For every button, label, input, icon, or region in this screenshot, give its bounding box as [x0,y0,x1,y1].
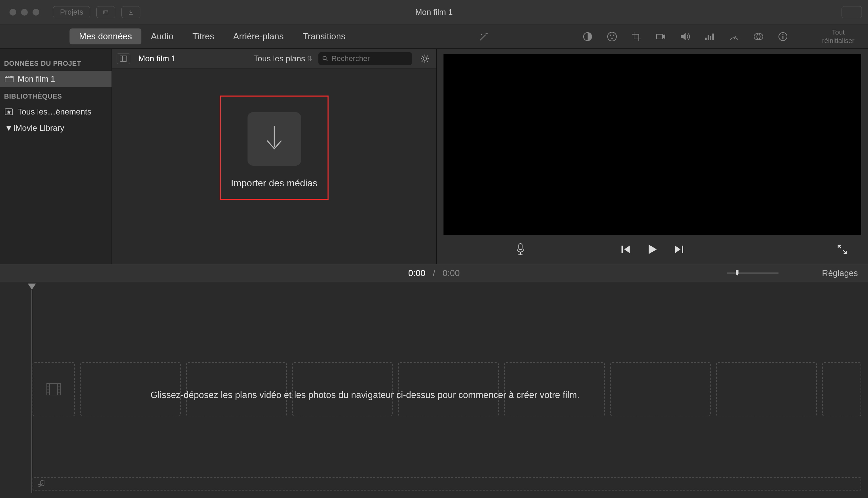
clip-placeholder [822,362,861,416]
svg-rect-19 [782,36,783,39]
toggle-sidebar-button[interactable] [117,53,130,64]
next-button[interactable] [674,245,684,254]
fullscreen-window-icon[interactable] [33,9,39,16]
media-browser: Mon film 1 Tous les plans ⇅ Importer des… [112,49,437,264]
stabilization-button[interactable] [655,31,667,42]
clip-placeholder [80,362,181,416]
info-icon [778,31,788,42]
viewer-controls [444,235,861,264]
gear-icon [420,54,430,63]
clip-filter-dropdown[interactable]: Tous les plans ⇅ [254,54,312,63]
share-button[interactable] [842,6,862,18]
enhance-button[interactable] [478,31,489,42]
clip-placeholder-icon-slot [33,362,75,416]
svg-point-26 [423,57,426,60]
timeline-header: 0:00 / 0:00 Réglages [0,264,868,282]
svg-rect-10 [705,38,706,40]
minimize-window-icon[interactable] [21,9,28,16]
svg-point-8 [611,38,613,39]
import-media-label: Importer des médias [231,178,317,189]
search-input[interactable] [331,54,408,63]
svg-rect-36 [519,244,522,250]
total-time: 0:00 [443,268,460,278]
skip-back-icon [621,245,631,254]
color-balance-button[interactable] [582,31,593,42]
tab-backgrounds[interactable]: Arrière-plans [224,28,293,44]
clip-placeholder [610,362,711,416]
speed-button[interactable] [728,31,740,42]
clip-filter-button[interactable] [753,31,764,42]
timeline-hint-text: Glissez-déposez les plans vidéo et les p… [151,390,579,401]
sidebar-toggle-icon [120,55,127,62]
svg-point-6 [610,35,611,36]
speaker-icon [680,32,691,41]
svg-line-31 [422,55,423,56]
sidebar-all-events-label: Tous les…énements [18,107,91,117]
svg-rect-9 [656,34,663,39]
equalizer-icon [705,32,715,41]
browser-settings-button[interactable] [418,52,432,65]
window-traffic-lights [10,9,39,16]
fullscreen-button[interactable] [837,244,848,255]
zoom-slider[interactable] [726,269,780,277]
sidebar-header-libraries: BIBLIOTHÈQUES [0,87,112,104]
projects-button[interactable]: Projets [53,6,90,18]
time-separator: / [428,268,440,278]
viewer-canvas [444,54,861,235]
viewer-pane [437,49,868,264]
play-button[interactable] [647,244,658,255]
voiceover-button[interactable] [515,243,525,256]
browser-header: Mon film 1 Tous les plans ⇅ [112,49,436,68]
reset-all-line1: Tout [822,28,854,37]
audio-track [33,477,861,490]
updown-chevron-icon: ⇅ [307,55,312,62]
reset-all-button[interactable]: Tout réinitialiser [822,28,854,45]
title-bar: Projets Mon film 1 [0,0,868,24]
import-media-button[interactable] [247,112,301,166]
sidebar-header-project: DONNÉES DU PROJET [0,54,112,71]
slider-icon [726,269,780,277]
import-toolbar-button[interactable] [122,6,140,18]
sidebar-item-all-events[interactable]: Tous les…énements [0,104,112,120]
close-window-icon[interactable] [10,9,16,16]
svg-line-32 [427,61,428,62]
play-icon [647,244,658,255]
toolbar-row: Mes données Audio Titres Arrière-plans T… [0,24,868,49]
sidebar-item-library[interactable]: ▼ iMovie Library [0,120,112,136]
tab-titles[interactable]: Titres [183,28,224,44]
color-correction-button[interactable] [606,31,618,42]
clip-placeholder [292,362,393,416]
prev-button[interactable] [621,245,631,254]
overlap-circles-icon [753,32,764,41]
half-circle-icon [583,31,593,42]
search-field[interactable] [318,52,412,65]
svg-point-5 [608,32,616,41]
sidebar-item-project[interactable]: Mon film 1 [0,71,112,87]
timeline[interactable]: Glissez-déposez les plans vidéo et les p… [0,282,868,497]
tab-transitions[interactable]: Transitions [293,28,355,44]
microphone-icon [515,243,525,256]
svg-rect-3 [104,13,105,13]
clip-placeholder [398,362,499,416]
current-time: 0:00 [408,268,425,278]
svg-point-18 [782,34,783,35]
playback-controls [621,244,684,255]
reset-all-line2: réinitialiser [822,37,854,45]
media-import-toolbar-button[interactable] [96,6,115,18]
svg-rect-37 [622,246,623,253]
svg-rect-12 [710,36,711,40]
viewer-adjust-toolbar: Tout réinitialiser [582,28,854,45]
search-icon [322,55,328,62]
noise-reduction-button[interactable] [704,31,715,42]
tab-my-media[interactable]: Mes données [69,28,141,44]
info-button[interactable] [777,31,789,42]
crop-icon [631,31,641,42]
tab-audio[interactable]: Audio [141,28,183,44]
timeline-settings-button[interactable]: Réglages [822,268,858,278]
library-sidebar: DONNÉES DU PROJET Mon film 1 BIBLIOTHÈQU… [0,49,112,264]
volume-button[interactable] [679,31,691,42]
disclosure-triangle-icon[interactable]: ▼ [5,123,10,133]
timeline-time-display: 0:00 / 0:00 [408,268,460,278]
crop-button[interactable] [631,31,642,42]
magic-wand-icon [478,31,489,42]
